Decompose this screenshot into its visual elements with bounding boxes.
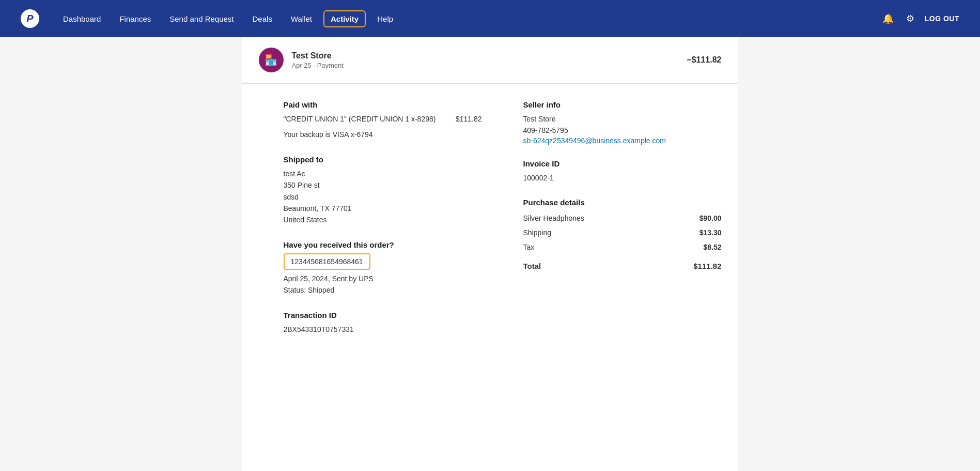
tracking-number-box: 123445681654968461	[284, 253, 370, 270]
address-line1: test Ac	[284, 168, 482, 179]
paypal-logo: P	[21, 9, 39, 28]
invoice-id-value: 100002-1	[523, 172, 722, 184]
seller-info-section: Seller info Test Store 409-782-5795 sb-6…	[523, 100, 722, 145]
seller-name: Test Store	[523, 113, 722, 125]
payment-method-amount: $111.82	[456, 113, 482, 125]
detail-left: Paid with "CREDIT UNION 1" (CREDIT UNION…	[284, 100, 482, 350]
purchase-details-section: Purchase details Silver Headphones $90.0…	[523, 198, 722, 274]
transaction-header: 🏪 Test Store Apr 25 · Payment −$111.82	[242, 37, 738, 83]
purchase-item-1-label: Shipping	[523, 229, 552, 237]
purchase-item-1: Shipping $13.30	[523, 225, 722, 240]
nav-help[interactable]: Help	[370, 10, 400, 27]
total-amount: $111.82	[693, 262, 721, 270]
address-line3: sdsd	[284, 191, 482, 203]
paid-with-section: Paid with "CREDIT UNION 1" (CREDIT UNION…	[284, 100, 482, 141]
notifications-button[interactable]: 🔔	[880, 11, 896, 26]
nav-activity[interactable]: Activity	[323, 10, 366, 27]
nav-links: Dashboard Finances Send and Request Deal…	[56, 10, 880, 27]
logout-button[interactable]: LOG OUT	[925, 14, 959, 23]
navbar: P Dashboard Finances Send and Request De…	[0, 0, 980, 37]
detail-body: Paid with "CREDIT UNION 1" (CREDIT UNION…	[242, 84, 738, 366]
main-content: 🏪 Test Store Apr 25 · Payment −$111.82 P…	[242, 37, 738, 471]
purchase-item-2-amount: $8.52	[703, 243, 721, 251]
store-avatar: 🏪	[259, 48, 284, 72]
nav-send-and-request[interactable]: Send and Request	[162, 10, 241, 27]
address-line2: 350 Pine st	[284, 179, 482, 191]
store-icon: 🏪	[265, 54, 277, 66]
invoice-id-title: Invoice ID	[523, 159, 722, 168]
shipped-to-section: Shipped to test Ac 350 Pine st sdsd Beau…	[284, 155, 482, 226]
purchase-item-2: Tax $8.52	[523, 240, 722, 254]
backup-payment-text: Your backup is VISA x-6794	[284, 129, 482, 140]
purchase-item-0-amount: $90.00	[699, 214, 722, 222]
nav-wallet[interactable]: Wallet	[284, 10, 319, 27]
seller-email[interactable]: sb-624qz25349496@business.example.com	[523, 136, 722, 145]
purchase-item-0: Silver Headphones $90.00	[523, 211, 722, 225]
purchase-item-2-label: Tax	[523, 243, 535, 251]
purchase-item-1-amount: $13.30	[699, 229, 722, 237]
settings-button[interactable]: ⚙	[904, 11, 916, 26]
address-line4: Beaumont, TX 77701	[284, 203, 482, 214]
seller-phone: 409-782-5795	[523, 125, 722, 136]
received-title: Have you received this order?	[284, 240, 482, 249]
invoice-id-section: Invoice ID 100002-1	[523, 159, 722, 184]
nav-finances[interactable]: Finances	[112, 10, 158, 27]
address-line5: United States	[284, 214, 482, 225]
shipped-to-title: Shipped to	[284, 155, 482, 164]
purchase-item-0-label: Silver Headphones	[523, 214, 584, 222]
transaction-id-title: Transaction ID	[284, 311, 482, 320]
logo-letter: P	[26, 13, 33, 25]
seller-info-title: Seller info	[523, 100, 722, 109]
store-meta: Apr 25 · Payment	[292, 62, 687, 69]
store-info: Test Store Apr 25 · Payment	[292, 51, 687, 69]
nav-dashboard[interactable]: Dashboard	[56, 10, 108, 27]
transaction-id-value: 2BX543310T0757331	[284, 324, 482, 335]
tracking-status: Status: Shipped	[284, 284, 482, 296]
tracking-meta: April 25, 2024, Sent by UPS	[284, 273, 482, 284]
store-name: Test Store	[292, 51, 687, 60]
payment-method-name: "CREDIT UNION 1" (CREDIT UNION 1 x-8298)	[284, 113, 436, 125]
paid-with-title: Paid with	[284, 100, 482, 109]
transaction-id-section: Transaction ID 2BX543310T0757331	[284, 311, 482, 335]
nav-right: 🔔 ⚙ LOG OUT	[880, 11, 959, 26]
detail-right: Seller info Test Store 409-782-5795 sb-6…	[523, 100, 722, 350]
nav-deals[interactable]: Deals	[245, 10, 279, 27]
payment-method-row: "CREDIT UNION 1" (CREDIT UNION 1 x-8298)…	[284, 113, 482, 125]
transaction-amount: −$111.82	[687, 55, 721, 65]
received-section: Have you received this order? 1234456816…	[284, 240, 482, 296]
purchase-total-row: Total $111.82	[523, 259, 722, 274]
purchase-details-title: Purchase details	[523, 198, 722, 207]
total-label: Total	[523, 262, 541, 270]
